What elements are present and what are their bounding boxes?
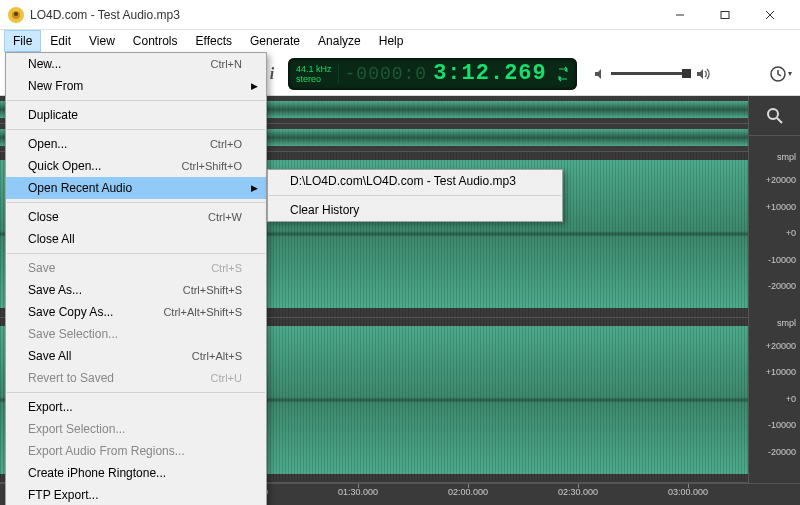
menu-item-new[interactable]: New...Ctrl+N (6, 53, 266, 75)
svg-point-1 (14, 12, 18, 16)
svg-line-8 (777, 118, 782, 123)
ruler-label: +20000 (766, 341, 796, 351)
menu-view[interactable]: View (80, 30, 124, 52)
menu-item-save[interactable]: SaveCtrl+S (6, 257, 266, 279)
close-button[interactable] (747, 0, 792, 30)
svg-point-7 (768, 109, 778, 119)
ruler-label: +0 (786, 228, 796, 238)
ruler-label: smpl (777, 318, 796, 328)
ruler-label: +10000 (766, 367, 796, 377)
volume-mute-icon (593, 67, 607, 81)
menu-item-ftp-export[interactable]: FTP Export... (6, 484, 266, 505)
history-button[interactable]: ▾ (766, 60, 794, 88)
lcd-position-dim: -0000:0 (345, 64, 428, 84)
menu-item-ringtone[interactable]: Create iPhone Ringtone... (6, 462, 266, 484)
recent-file-item[interactable]: D:\LO4D.com\LO4D.com - Test Audio.mp3 (268, 170, 562, 192)
menu-item-close[interactable]: CloseCtrl+W (6, 206, 266, 228)
ruler-label: -20000 (768, 281, 796, 291)
ruler-label: -10000 (768, 255, 796, 265)
ruler-label: +10000 (766, 202, 796, 212)
menu-item-export-selection[interactable]: Export Selection... (6, 418, 266, 440)
menu-effects[interactable]: Effects (187, 30, 241, 52)
menu-controls[interactable]: Controls (124, 30, 187, 52)
menu-edit[interactable]: Edit (41, 30, 80, 52)
menu-analyze[interactable]: Analyze (309, 30, 370, 52)
loop-icon[interactable] (557, 65, 569, 83)
volume-loud-icon (695, 67, 711, 81)
menu-item-quick-open[interactable]: Quick Open...Ctrl+Shift+O (6, 155, 266, 177)
minimize-button[interactable] (657, 0, 702, 30)
window-title: LO4D.com - Test Audio.mp3 (30, 8, 180, 22)
menu-file[interactable]: File (4, 30, 41, 52)
app-icon (8, 7, 24, 23)
time-tick: 02:00.000 (448, 487, 488, 497)
menu-item-close-all[interactable]: Close All (6, 228, 266, 250)
menu-item-export-regions[interactable]: Export Audio From Regions... (6, 440, 266, 462)
menu-help[interactable]: Help (370, 30, 413, 52)
amplitude-ruler: smpl +20000 +10000 +0 -10000 -20000 smpl… (748, 96, 800, 483)
menu-item-revert[interactable]: Revert to SavedCtrl+U (6, 367, 266, 389)
ruler-label: -10000 (768, 420, 796, 430)
menu-generate[interactable]: Generate (241, 30, 309, 52)
menu-item-save-as[interactable]: Save As...Ctrl+Shift+S (6, 279, 266, 301)
menu-item-export[interactable]: Export... (6, 396, 266, 418)
lcd-display: 44.1 kHz stereo -0000:0 3:12.269 (288, 58, 577, 90)
volume-control[interactable] (593, 67, 711, 81)
svg-rect-3 (721, 11, 729, 18)
ruler-label: +0 (786, 394, 796, 404)
menu-item-new-from[interactable]: New From▶ (6, 75, 266, 97)
menubar: File Edit View Controls Effects Generate… (0, 30, 800, 52)
ruler-label: +20000 (766, 175, 796, 185)
lcd-sample-rate: 44.1 kHz (296, 64, 332, 74)
time-tick: 01:30.000 (338, 487, 378, 497)
ruler-label: -20000 (768, 447, 796, 457)
menu-item-save-all[interactable]: Save AllCtrl+Alt+S (6, 345, 266, 367)
volume-slider[interactable] (611, 72, 691, 75)
menu-item-save-copy[interactable]: Save Copy As...Ctrl+Alt+Shift+S (6, 301, 266, 323)
menu-item-duplicate[interactable]: Duplicate (6, 104, 266, 126)
time-tick: 03:00.000 (668, 487, 708, 497)
lcd-channels: stereo (296, 74, 332, 84)
recent-audio-submenu: D:\LO4D.com\LO4D.com - Test Audio.mp3 Cl… (267, 169, 563, 222)
time-tick: 02:30.000 (558, 487, 598, 497)
maximize-button[interactable] (702, 0, 747, 30)
titlebar: LO4D.com - Test Audio.mp3 (0, 0, 800, 30)
lcd-position: 3:12.269 (433, 61, 547, 86)
menu-item-save-selection[interactable]: Save Selection... (6, 323, 266, 345)
search-button[interactable] (749, 96, 800, 136)
ruler-label: smpl (777, 152, 796, 162)
menu-item-open[interactable]: Open...Ctrl+O (6, 133, 266, 155)
menu-item-open-recent[interactable]: Open Recent Audio▶ (6, 177, 266, 199)
clear-history-item[interactable]: Clear History (268, 199, 562, 221)
file-menu-dropdown: New...Ctrl+N New From▶ Duplicate Open...… (5, 52, 267, 505)
